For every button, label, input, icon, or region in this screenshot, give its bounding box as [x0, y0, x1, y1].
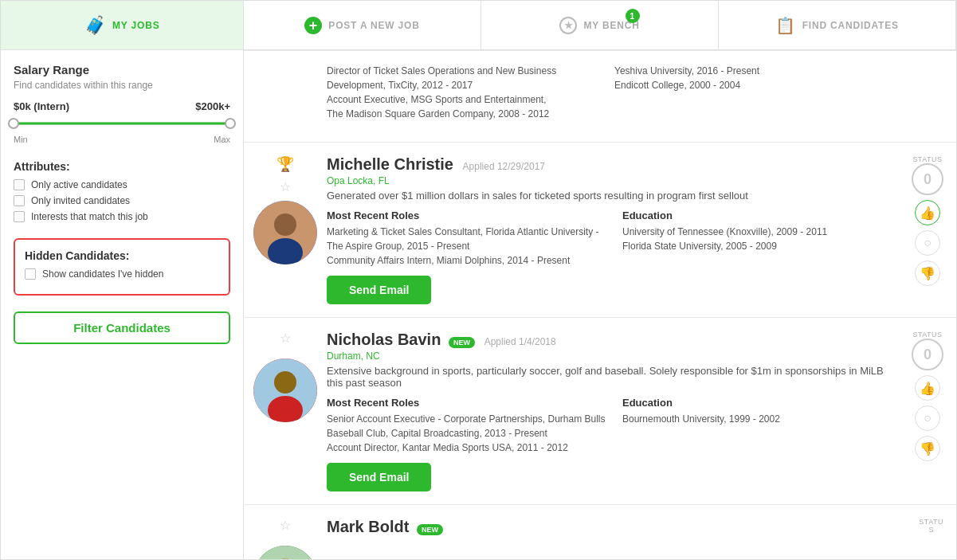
two-col-nicholas: Most Recent Roles Senior Account Executi…	[327, 397, 902, 455]
candidate-name-nicholas: Nicholas Bavin	[327, 331, 441, 348]
checkbox-active-box[interactable]	[14, 179, 25, 190]
checkbox-interests-box[interactable]	[14, 211, 25, 222]
applied-date-michelle: Applied 12/29/2017	[463, 161, 545, 172]
status-label-nicholas: STATUS	[912, 331, 943, 339]
checkbox-interests-label: Interests that match this job	[31, 211, 148, 222]
thumbup-michelle[interactable]: 👍	[915, 200, 940, 225]
status-box-nicholas: STATUS 0	[912, 331, 943, 370]
roles-col-michelle: Most Recent Roles Marketing & Ticket Sal…	[327, 210, 606, 268]
partial-edu-text: Yeshiva University, 2016 - PresentEndico…	[614, 64, 886, 92]
checkbox-invited[interactable]: Only invited candidates	[14, 195, 230, 206]
checkbox-interests[interactable]: Interests that match this job	[14, 211, 230, 222]
two-col-michelle: Most Recent Roles Marketing & Ticket Sal…	[327, 210, 902, 268]
filter-candidates-button[interactable]: Filter Candidates	[14, 311, 230, 344]
candidate-name-michelle: Michelle Christie	[327, 155, 453, 173]
status-label-mark: STATUS	[919, 518, 943, 534]
briefcase-icon: 🧳	[84, 15, 107, 36]
roles-text-michelle: Marketing & Ticket Sales Consultant, Flo…	[327, 225, 606, 268]
salary-range-slider[interactable]	[14, 116, 230, 131]
send-email-michelle[interactable]: Send Email	[327, 276, 431, 304]
card-left-michelle: 🏆 ☆	[253, 155, 317, 264]
card-left-nicholas: ☆	[253, 331, 317, 422]
find-icon: 📋	[775, 16, 796, 35]
svg-point-1	[274, 213, 296, 236]
edu-text-michelle: University of Tennessee (Knoxville), 200…	[622, 225, 902, 253]
card-right-mark: STATUS	[919, 518, 943, 534]
star-icon: ★	[559, 17, 577, 34]
candidate-location-michelle: Opa Locka, FL	[327, 175, 902, 186]
card-right-michelle: STATUS 0 👍 ○ 👎	[912, 155, 943, 286]
status-circle-nicholas: 0	[912, 339, 943, 370]
checkbox-invited-label: Only invited candidates	[31, 195, 130, 206]
salary-title: Salary Range	[14, 63, 230, 76]
thumbup-nicholas[interactable]: 👍	[915, 375, 940, 401]
card-body-nicholas: Nicholas Bavin NEW Applied 1/4/2018 Durh…	[327, 331, 902, 491]
candidate-card-mark: ☆ Mark Boldt NEW	[244, 505, 956, 559]
nav-post-new-job[interactable]: + POST A NEW JOB	[244, 1, 481, 49]
plus-icon: +	[304, 17, 322, 34]
candidate-name-mark: Mark Boldt	[327, 518, 409, 535]
range-min-text: Min	[14, 135, 28, 144]
star-fav-nicholas[interactable]: ☆	[280, 331, 291, 346]
photo-nicholas	[253, 358, 317, 422]
roles-text-nicholas: Senior Account Executive - Corporate Par…	[327, 412, 606, 455]
applied-date-nicholas: Applied 1/4/2018	[484, 336, 556, 347]
hidden-candidates-section: Hidden Candidates: Show candidates I've …	[14, 238, 230, 296]
nav-my-jobs[interactable]: 🧳 MY JOBS	[1, 1, 244, 49]
checkbox-show-hidden-label: Show candidates I've hidden	[42, 268, 163, 280]
candidate-headline-michelle: Generated over $1 million dollars in sal…	[327, 190, 902, 202]
new-badge-mark: NEW	[417, 524, 443, 535]
attributes-section: Attributes: Only active candidates Only …	[14, 160, 230, 222]
card-body-michelle: Michelle Christie Applied 12/29/2017 Opa…	[327, 155, 902, 304]
edu-col-michelle: Education University of Tennessee (Knoxv…	[622, 210, 902, 268]
new-badge-nicholas: NEW	[449, 337, 475, 348]
nav-my-bench[interactable]: ★ MY BENCH 1	[481, 1, 719, 49]
status-circle-michelle: 0	[912, 163, 943, 195]
card-left-mark: ☆	[253, 518, 317, 559]
checkbox-invited-box[interactable]	[14, 195, 25, 206]
checkbox-show-hidden-box[interactable]	[25, 268, 36, 280]
nav-my-jobs-label: MY JOBS	[112, 20, 159, 31]
neutral-nicholas[interactable]: ○	[915, 405, 940, 431]
salary-section: Salary Range Find candidates within this…	[14, 63, 230, 144]
thumbdown-michelle[interactable]: 👎	[915, 260, 940, 286]
status-box-mark: STATUS	[919, 518, 943, 534]
thumbdown-nicholas[interactable]: 👎	[915, 436, 940, 461]
attributes-title: Attributes:	[14, 160, 230, 173]
partial-card-body: Director of Ticket Sales Operations and …	[327, 64, 886, 129]
status-box-michelle: STATUS 0	[912, 155, 943, 195]
partial-edu-col: Yeshiva University, 2016 - PresentEndico…	[614, 64, 886, 121]
partial-two-col: Director of Ticket Sales Operations and …	[327, 64, 886, 121]
star-fav-michelle[interactable]: ☆	[280, 179, 291, 194]
nav-find-candidates[interactable]: 📋 FIND CANDIDATES	[719, 1, 956, 49]
sidebar: Salary Range Find candidates within this…	[1, 50, 244, 559]
neutral-michelle[interactable]: ○	[915, 230, 940, 256]
edu-title-michelle: Education	[622, 210, 902, 221]
checkbox-active[interactable]: Only active candidates	[14, 179, 230, 190]
send-email-nicholas[interactable]: Send Email	[327, 463, 431, 491]
top-nav: 🧳 MY JOBS + POST A NEW JOB ★ MY BENCH 1 …	[1, 1, 956, 50]
checkbox-show-hidden[interactable]: Show candidates I've hidden	[25, 268, 219, 280]
card-right-nicholas: STATUS 0 👍 ○ 👎	[912, 331, 943, 461]
roles-title-nicholas: Most Recent Roles	[327, 397, 606, 409]
edu-text-nicholas: Bournemouth University, 1999 - 2002	[622, 412, 902, 426]
range-thumb-min[interactable]	[8, 118, 19, 129]
candidate-card-michelle: 🏆 ☆ Michelle Christie Applied 12/29/2017	[244, 143, 956, 318]
nav-find-label: FIND CANDIDATES	[802, 20, 899, 31]
edu-col-nicholas: Education Bournemouth University, 1999 -…	[622, 397, 902, 455]
salary-min-label: $0k (Intern)	[14, 100, 69, 112]
card-body-mark: Mark Boldt NEW	[327, 518, 909, 538]
star-fav-mark[interactable]: ☆	[280, 518, 291, 533]
range-max-text: Max	[214, 135, 230, 144]
range-thumb-max[interactable]	[225, 118, 236, 129]
bench-badge: 1	[626, 9, 640, 23]
candidate-headline-nicholas: Extensive background in sports, particul…	[327, 365, 902, 389]
candidates-list: Director of Ticket Sales Operations and …	[244, 50, 956, 559]
roles-col-nicholas: Most Recent Roles Senior Account Executi…	[327, 397, 606, 455]
salary-subtitle: Find candidates within this range	[14, 80, 230, 91]
nav-post-label: POST A NEW JOB	[328, 20, 419, 31]
svg-point-6	[253, 546, 317, 559]
candidate-card-nicholas: ☆ Nicholas Bavin NEW Applied 1/4/2018	[244, 318, 956, 505]
photo-michelle	[253, 201, 317, 264]
hidden-candidates-title: Hidden Candidates:	[25, 249, 219, 262]
